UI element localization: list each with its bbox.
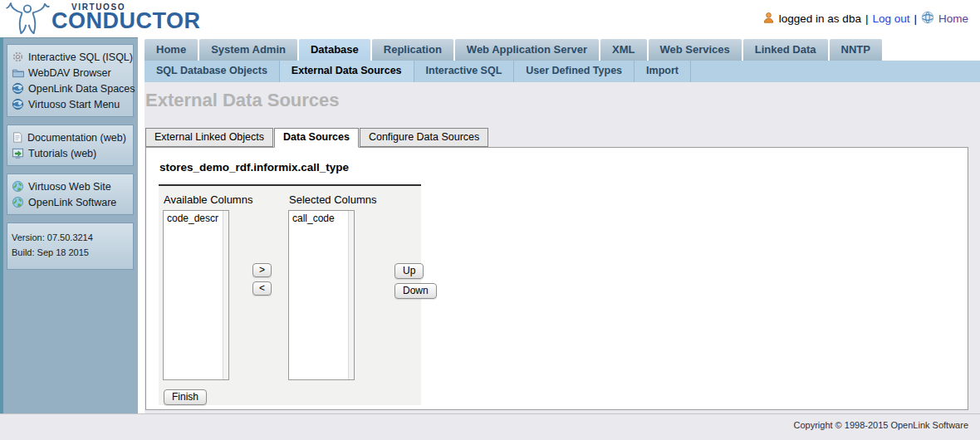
move-buttons: > < [236, 192, 288, 380]
logo-conductor-text: CONDUCTOR [51, 10, 201, 32]
selected-columns-label: Selected Columns [289, 193, 361, 206]
app-logo: VIRTUOSO CONDUCTOR [5, 0, 201, 38]
inner-tab-bar: External Linked Objects Data Sources Con… [145, 128, 968, 147]
finish-button[interactable]: Finish [164, 389, 207, 405]
sub-tab-import[interactable]: Import [635, 61, 691, 82]
document-icon [12, 131, 23, 144]
main-tab-nntp[interactable]: NNTP [830, 39, 882, 61]
inner-tab-data-sources[interactable]: Data Sources [274, 128, 359, 148]
sub-tab-interactive-sql[interactable]: Interactive SQL [414, 61, 515, 82]
sidebar: Interactive SQL (ISQL) WebDAV Browser Op… [0, 37, 138, 413]
main-tab-web-services[interactable]: Web Services [649, 39, 742, 61]
app-header: VIRTUOSO CONDUCTOR logged in as dba | Lo… [0, 0, 980, 37]
data-sources-panel: stores_demo_rdf.informix.call_type Avail… [145, 147, 968, 410]
person-icon [762, 12, 775, 27]
conductor-logo-icon [5, 2, 50, 38]
inner-tab-external-linked-objects[interactable]: External Linked Objects [145, 128, 273, 147]
listbox-scrollbar[interactable] [348, 211, 354, 379]
earth-icon [12, 180, 24, 193]
list-item[interactable]: code_descr [164, 211, 228, 225]
selected-columns-group: Selected Columns call_code [288, 192, 361, 380]
globe-swoosh-icon [12, 82, 24, 95]
sidebar-item-label: WebDAV Browser [28, 67, 111, 79]
logo-text: VIRTUOSO CONDUCTOR [51, 0, 201, 32]
app-footer: Copyright © 1998-2015 OpenLink Software [0, 413, 980, 440]
sidebar-item-interactive-sql[interactable]: Interactive SQL (ISQL) [10, 49, 130, 65]
sidebar-item-label: OpenLink Data Spaces [28, 83, 135, 95]
sidebar-version-box: Version: 07.50.3214 Build: Sep 18 2015 [7, 222, 134, 270]
sidebar-section-tools: Interactive SQL (ISQL) WebDAV Browser Op… [7, 44, 134, 117]
user-area: logged in as dba | Log out | Home [762, 11, 968, 27]
inner-tab-configure-data-sources[interactable]: Configure Data Sources [360, 128, 488, 147]
main-tab-home[interactable]: Home [145, 39, 198, 61]
sidebar-item-openlink-data-spaces[interactable]: OpenLink Data Spaces [10, 81, 130, 96]
move-left-button[interactable]: < [252, 281, 272, 296]
sidebar-item-label: OpenLink Software [28, 197, 116, 208]
main-tab-system-admin[interactable]: System Admin [199, 39, 297, 61]
sidebar-item-label: Tutorials (web) [28, 148, 96, 159]
tutorial-icon [12, 147, 24, 159]
list-item[interactable]: call_code [289, 211, 354, 225]
body-row: Interactive SQL (ISQL) WebDAV Browser Op… [0, 37, 980, 413]
selected-columns-listbox[interactable]: call_code [288, 210, 355, 380]
main-tab-database[interactable]: Database [299, 39, 370, 61]
sub-tab-sql-database-objects[interactable]: SQL Database Objects [145, 61, 280, 82]
main-tab-web-application-server[interactable]: Web Application Server [455, 39, 599, 61]
reorder-buttons: Up Down [394, 192, 437, 380]
down-button[interactable]: Down [394, 283, 437, 299]
main-tab-bar: Home System Admin Database Replication W… [145, 37, 980, 61]
main-tab-xml[interactable]: XML [600, 39, 646, 61]
copyright-text: Copyright © 1998-2015 OpenLink Software [793, 420, 968, 430]
separator: | [865, 12, 869, 25]
column-picker-form: Available Columns code_descr > < [159, 184, 421, 405]
sub-tab-user-defined-types[interactable]: User Defined Types [514, 61, 635, 82]
gear-icon [12, 51, 24, 63]
sidebar-item-label: Virtuoso Start Menu [28, 99, 120, 110]
sub-tab-bar: SQL Database Objects External Data Sourc… [145, 61, 980, 82]
folder-icon [12, 66, 24, 79]
sidebar-item-label: Virtuoso Web Site [28, 181, 111, 193]
globe-icon [921, 11, 934, 27]
table-name-heading: stores_demo_rdf.informix.call_type [159, 161, 968, 174]
sidebar-item-tutorials[interactable]: Tutorials (web) [10, 145, 130, 161]
available-columns-label: Available Columns [164, 193, 236, 206]
sidebar-item-virtuoso-web-site[interactable]: Virtuoso Web Site [10, 178, 130, 194]
globe-swoosh-icon [12, 98, 24, 110]
version-text: Version: 07.50.3214 [12, 232, 129, 242]
available-columns-group: Available Columns code_descr [163, 192, 236, 380]
earth-icon [12, 196, 24, 208]
sidebar-item-documentation[interactable]: Documentation (web) [10, 130, 130, 145]
finish-row: Finish [164, 389, 421, 405]
build-text: Build: Sep 18 2015 [12, 247, 129, 257]
sub-tab-external-data-sources[interactable]: External Data Sources [280, 61, 414, 82]
sidebar-section-links: Virtuoso Web Site OpenLink Software [7, 174, 134, 215]
sidebar-item-virtuoso-start-menu[interactable]: Virtuoso Start Menu [10, 96, 130, 112]
listbox-scrollbar[interactable] [223, 211, 228, 379]
page-title: External Data Sources [145, 90, 968, 111]
main-area: Home System Admin Database Replication W… [138, 37, 980, 413]
up-button[interactable]: Up [394, 263, 424, 279]
main-tab-linked-data[interactable]: Linked Data [743, 39, 828, 61]
move-right-button[interactable]: > [252, 263, 272, 277]
sidebar-item-label: Interactive SQL (ISQL) [28, 51, 133, 63]
separator: | [914, 12, 917, 25]
sidebar-item-label: Documentation (web) [27, 132, 126, 144]
sidebar-section-docs: Documentation (web) Tutorials (web) [7, 125, 134, 166]
virtuoso-conductor-app: VIRTUOSO CONDUCTOR logged in as dba | Lo… [0, 0, 980, 440]
main-tab-replication[interactable]: Replication [372, 39, 453, 61]
available-columns-listbox[interactable]: code_descr [163, 210, 229, 380]
home-link[interactable]: Home [938, 12, 968, 25]
sidebar-item-webdav-browser[interactable]: WebDAV Browser [10, 65, 130, 81]
content-area: External Data Sources External Linked Ob… [145, 82, 980, 413]
sidebar-item-openlink-software[interactable]: OpenLink Software [10, 194, 130, 210]
login-status: logged in as dba [779, 12, 861, 25]
logout-link[interactable]: Log out [872, 12, 909, 25]
